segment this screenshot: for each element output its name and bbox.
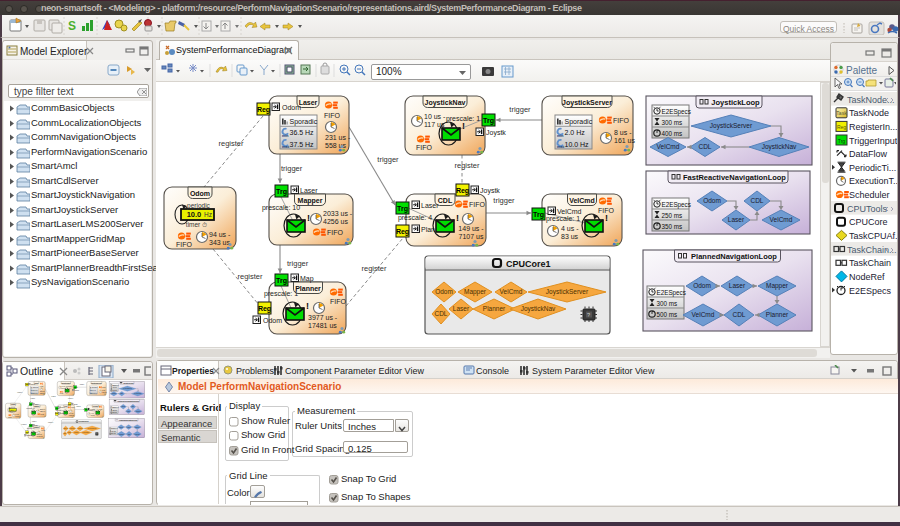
svg-text:TriggerInput: TriggerInput: [849, 136, 897, 146]
svg-text:TaskChain: TaskChain: [849, 258, 891, 268]
svg-text:S: S: [68, 19, 76, 33]
svg-text:DataFlow: DataFlow: [849, 149, 888, 159]
svg-text:TaskNode: TaskNode: [849, 108, 889, 118]
svg-text:Trg: Trg: [838, 138, 846, 144]
svg-text:TaskChain...: TaskChain...: [847, 245, 897, 255]
svg-text:PeriodicTi...: PeriodicTi...: [849, 163, 896, 173]
svg-text:E2ESpecs: E2ESpecs: [849, 286, 892, 296]
svg-text:CPUCore: CPUCore: [849, 217, 888, 227]
svg-text:Scheduler: Scheduler: [849, 190, 890, 200]
svg-text:RegisterIn...: RegisterIn...: [849, 122, 897, 132]
svg-text:Reg: Reg: [837, 124, 846, 130]
svg-text:TaskNode...: TaskNode...: [847, 95, 895, 105]
svg-text:CPUTools: CPUTools: [847, 204, 888, 214]
svg-text:ExecutionT...: ExecutionT...: [849, 176, 897, 186]
svg-text:TaskCPUAf...: TaskCPUAf...: [849, 231, 897, 241]
svg-text:NodeRef: NodeRef: [849, 272, 885, 282]
svg-text:Task: Task: [836, 110, 847, 116]
